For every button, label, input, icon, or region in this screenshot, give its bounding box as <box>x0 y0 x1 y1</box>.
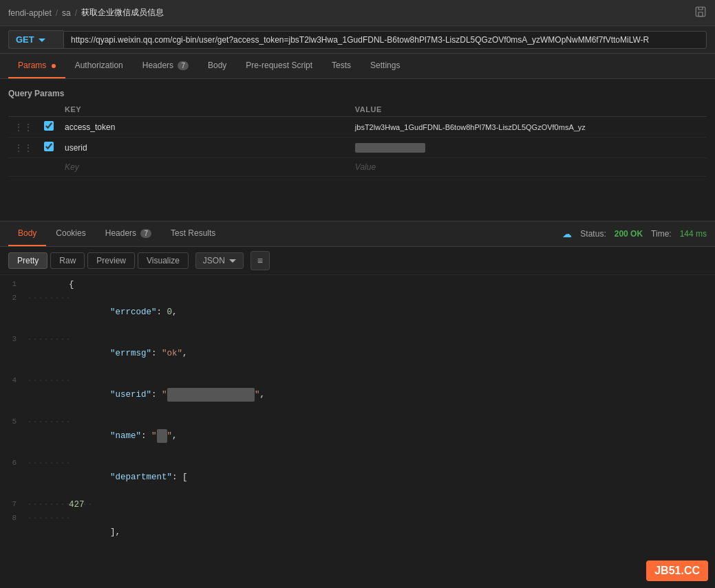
tab-authorization-label: Authorization <box>75 61 123 70</box>
drag-handle-icon-2[interactable]: ⋮⋮ <box>14 142 33 153</box>
drag-handle-cell-2: ⋮⋮ <box>8 138 39 158</box>
new-key-cell[interactable]: Key <box>59 158 350 177</box>
line-content-8: ], <box>69 512 715 543</box>
line-dots-6: ········ <box>28 457 69 469</box>
view-raw-button[interactable]: Raw <box>50 252 85 269</box>
row-checkbox-2[interactable] <box>44 142 54 151</box>
key-col-header: KEY <box>59 102 350 117</box>
line-dots-7: ············ <box>28 498 69 510</box>
response-view-row: Pretty Raw Preview Visualize JSON ≡ <box>0 247 715 275</box>
json-key-6: "department" <box>110 472 172 482</box>
table-row: ⋮⋮ userid ████████████ <box>8 138 707 158</box>
headers-badge: 7 <box>178 61 189 70</box>
json-val-3: "ok" <box>162 349 182 358</box>
view-preview-button[interactable]: Preview <box>87 252 135 269</box>
json-val-2: 0 <box>167 307 173 317</box>
breadcrumb-sep2: / <box>75 8 77 18</box>
view-pretty-button[interactable]: Pretty <box>8 252 47 269</box>
status-value: 200 OK <box>615 229 643 239</box>
tab-tests[interactable]: Tests <box>322 54 361 78</box>
filter-button[interactable]: ≡ <box>250 251 270 270</box>
time-value: 144 ms <box>680 229 707 239</box>
watermark: JB51.CC <box>646 560 708 581</box>
breadcrumb-current: 获取企业微信成员信息 <box>81 7 164 19</box>
line-content-5: "name": "██", <box>69 415 715 457</box>
checkbox-cell-2 <box>39 138 59 158</box>
response-section: Body Cookies Headers 7 Test Results ☁ St… <box>0 221 715 543</box>
response-headers-badge: 7 <box>140 229 151 238</box>
new-drag-cell <box>8 158 39 177</box>
new-val-cell[interactable]: Value <box>350 158 707 177</box>
method-select[interactable]: GET <box>8 30 63 49</box>
response-tabs-row: Body Cookies Headers 7 Test Results ☁ St… <box>0 221 715 247</box>
key-cell-2: userid <box>59 138 350 158</box>
line-num-8: 8 <box>0 512 28 525</box>
val-cell-2: ████████████ <box>350 138 707 158</box>
format-label: JSON <box>203 256 225 265</box>
tab-authorization[interactable]: Authorization <box>65 54 133 78</box>
tab-test-results[interactable]: Test Results <box>161 221 225 246</box>
params-section: Query Params KEY VALUE ⋮⋮ access_token <box>0 79 715 179</box>
line-num-6: 6 <box>0 457 28 470</box>
val-text-1: jbsT2lw3Hwa_1GudFDNL-B6tow8hPl7M3-LiszDL… <box>355 123 586 131</box>
tab-params-label: Params <box>18 61 46 70</box>
line-content-4: "userid": "█████████████████", <box>69 374 715 415</box>
tab-response-body[interactable]: Body <box>8 221 46 246</box>
tab-prerequest[interactable]: Pre-request Script <box>236 54 322 78</box>
tab-response-cookies-label: Cookies <box>56 228 85 238</box>
line-dots-4: ········ <box>28 374 69 386</box>
table-row: ⋮⋮ access_token jbsT2lw3Hwa_1GudFDNL-B6t… <box>8 117 707 138</box>
line-dots-8: ········ <box>28 512 69 524</box>
tab-settings-label: Settings <box>370 61 400 70</box>
line-num-1: 1 <box>0 278 28 291</box>
svg-marker-1 <box>39 39 45 42</box>
json-line-8: 8 ········ ], <box>0 512 715 543</box>
json-key-3: "errmsg" <box>110 349 151 358</box>
tab-response-cookies[interactable]: Cookies <box>46 221 95 246</box>
tab-headers-label: Headers <box>142 61 173 70</box>
json-line-3: 3 ········ "errmsg": "ok", <box>0 333 715 374</box>
format-select[interactable]: JSON <box>195 252 244 269</box>
json-key-4: "userid" <box>110 390 151 400</box>
line-content-7: 427 <box>69 498 715 512</box>
tab-body-label: Body <box>208 61 226 70</box>
json-line-5: 5 ········ "name": "██", <box>0 415 715 457</box>
save-icon[interactable] <box>694 6 707 20</box>
tab-params[interactable]: Params <box>8 54 65 78</box>
status-label: Status: <box>580 229 606 239</box>
view-visualize-button[interactable]: Visualize <box>138 252 189 269</box>
params-table: KEY VALUE ⋮⋮ access_token jbsT2lw3Hwa_1G… <box>8 102 707 177</box>
query-params-title: Query Params <box>8 85 707 102</box>
row-checkbox-1[interactable] <box>44 121 54 131</box>
line-content-2: "errcode": 0, <box>69 292 715 333</box>
tab-test-results-label: Test Results <box>171 228 215 238</box>
json-val-4: "█████████████████" <box>162 390 260 400</box>
drag-handle-cell: ⋮⋮ <box>8 117 39 138</box>
line-num-2: 2 <box>0 292 28 305</box>
breadcrumb-part2: sa <box>62 8 71 18</box>
drag-handle-icon[interactable]: ⋮⋮ <box>14 122 33 133</box>
breadcrumb-part1: fendi-applet <box>8 8 52 18</box>
drag-col-header <box>8 102 39 117</box>
json-val-5: "██" <box>151 431 172 441</box>
line-num-4: 4 <box>0 374 28 387</box>
json-line-4: 4 ········ "userid": "█████████████████"… <box>0 374 715 415</box>
section-spacer <box>0 179 715 221</box>
tab-body[interactable]: Body <box>198 54 236 78</box>
new-check-cell <box>39 158 59 177</box>
tab-tests-label: Tests <box>332 61 351 70</box>
response-tabs-left: Body Cookies Headers 7 Test Results <box>8 221 225 246</box>
val-col-header: VALUE <box>350 102 707 117</box>
key-cell-1: access_token <box>59 117 350 138</box>
check-col-header <box>39 102 59 117</box>
tab-settings[interactable]: Settings <box>361 54 409 78</box>
json-key-5: "name" <box>110 431 141 441</box>
json-line-2: 2 ········ "errcode": 0, <box>0 292 715 333</box>
line-content-1: { <box>69 278 715 292</box>
tab-headers[interactable]: Headers 7 <box>133 54 198 78</box>
tab-response-headers[interactable]: Headers 7 <box>96 221 161 246</box>
svg-marker-2 <box>229 259 236 263</box>
breadcrumb-sep1: / <box>56 8 58 18</box>
checkbox-cell-1 <box>39 117 59 138</box>
url-input[interactable] <box>63 31 707 49</box>
